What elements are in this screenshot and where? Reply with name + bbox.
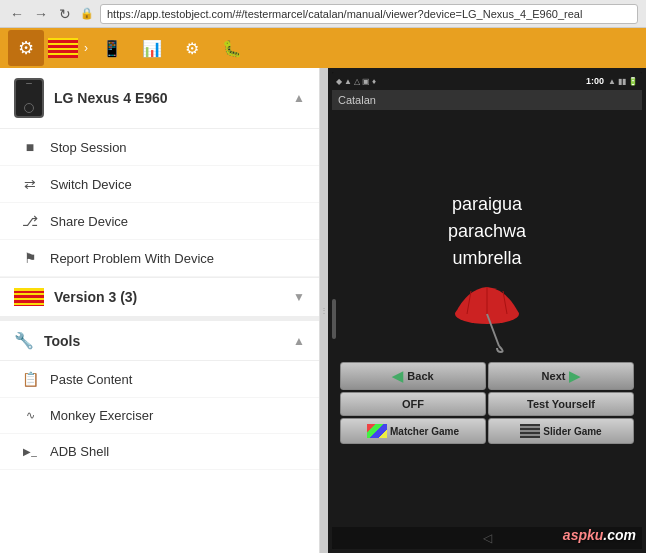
tools-section-chevron: ▲ [293, 334, 305, 348]
watermark: aspku.com [563, 527, 636, 543]
matcher-game-btn[interactable]: Matcher Game [340, 418, 486, 444]
status-bar: ◆ ▲ △ ▣ ♦ 1:00 ▲ ▮▮ 🔋 [332, 72, 642, 90]
off-btn-label: OFF [402, 398, 424, 410]
share-device-label: Share Device [50, 214, 128, 229]
dot-icon: ♦ [372, 77, 376, 86]
adb-shell-label: ADB Shell [50, 444, 109, 459]
wifi-icon: ▲ [608, 77, 616, 86]
ssl-lock-icon: 🔒 [80, 7, 94, 20]
device-icon[interactable]: 📱 [94, 30, 130, 66]
top-toolbar: ⚙ › 📱 📊 ⚙ 🐛 [0, 28, 646, 68]
stop-icon: ■ [20, 139, 40, 155]
slider-game-label: Slider Game [543, 426, 601, 437]
umbrella-image [447, 284, 527, 354]
gear-icon[interactable]: ⚙ [174, 30, 210, 66]
main-layout: LG Nexus 4 E960 ▲ ■ Stop Session ⇄ Switc… [0, 68, 646, 553]
report-icon: ⚑ [20, 250, 40, 266]
notification-icons: ◆ ▲ △ ▣ ♦ [336, 77, 376, 86]
matcher-game-icon [367, 424, 387, 438]
stop-session-label: Stop Session [50, 140, 127, 155]
breadcrumb-chevron: › [84, 41, 88, 55]
left-panel: LG Nexus 4 E960 ▲ ■ Stop Session ⇄ Switc… [0, 68, 320, 553]
alarm-icon: ▲ [344, 77, 352, 86]
left-arrow-icon: ◀ [392, 368, 403, 384]
switch-device-label: Switch Device [50, 177, 132, 192]
share-icon: ⎇ [20, 213, 40, 229]
slider-game-icon [520, 424, 540, 438]
word-display: paraigua parachwa umbrella [448, 191, 526, 272]
warning-icon: △ [354, 77, 360, 86]
version-flag-icon [14, 288, 44, 306]
paste-content-label: Paste Content [50, 372, 132, 387]
monkey-exerciser-label: Monkey Exerciser [50, 408, 153, 423]
test-btn-row: OFF Test Yourself [340, 392, 634, 416]
adb-shell-item[interactable]: ▶_ ADB Shell [0, 434, 319, 470]
forward-button[interactable]: → [32, 5, 50, 23]
word-catalan: paraigua [452, 194, 522, 214]
device-title: LG Nexus 4 E960 [54, 90, 293, 106]
notification-icon: ◆ [336, 77, 342, 86]
version-section-header[interactable]: Version 3 (3) ▼ [0, 277, 319, 317]
games-btn-row: Matcher Game Slider Game [340, 418, 634, 444]
off-btn[interactable]: OFF [340, 392, 486, 416]
device-screen[interactable]: ◆ ▲ △ ▣ ♦ 1:00 ▲ ▮▮ 🔋 Catalan [332, 72, 642, 549]
tools-section-header[interactable]: 🔧 Tools ▲ [0, 317, 319, 361]
next-btn[interactable]: Next ▶ [488, 362, 634, 390]
scroll-indicator [332, 299, 336, 339]
watermark-text2: .com [603, 527, 636, 543]
stop-session-item[interactable]: ■ Stop Session [0, 129, 319, 166]
battery-icon: 🔋 [628, 77, 638, 86]
app-bar: Catalan [332, 90, 642, 110]
monkey-icon: ∿ [20, 409, 40, 422]
settings-icon[interactable]: ⚙ [8, 30, 44, 66]
switch-device-item[interactable]: ⇄ Switch Device [0, 166, 319, 203]
monkey-exerciser-item[interactable]: ∿ Monkey Exerciser [0, 398, 319, 434]
android-back-btn[interactable]: ◁ [483, 531, 492, 545]
wrench-icon: 🔧 [14, 331, 34, 350]
chart-icon[interactable]: 📊 [134, 30, 170, 66]
version-section-chevron: ▼ [293, 290, 305, 304]
next-btn-label: Next [542, 370, 566, 382]
status-time: 1:00 [586, 76, 604, 86]
device-section-header[interactable]: LG Nexus 4 E960 ▲ [0, 68, 319, 129]
report-problem-item[interactable]: ⚑ Report Problem With Device [0, 240, 319, 277]
panel-separator[interactable]: ⋮ [320, 68, 328, 553]
back-btn[interactable]: ◀ Back [340, 362, 486, 390]
browser-chrome: ← → ↻ 🔒 [0, 0, 646, 28]
test-yourself-label: Test Yourself [527, 398, 595, 410]
paste-icon: 📋 [20, 371, 40, 387]
report-problem-label: Report Problem With Device [50, 251, 214, 266]
paste-content-item[interactable]: 📋 Paste Content [0, 361, 319, 398]
device-thumbnail-icon [14, 78, 44, 118]
address-bar[interactable] [100, 4, 638, 24]
word-english: umbrella [452, 248, 521, 268]
watermark-text1: aspku [563, 527, 603, 543]
app-name-label: Catalan [338, 94, 376, 106]
tools-title: Tools [44, 333, 293, 349]
refresh-button[interactable]: ↻ [56, 5, 74, 23]
word-phonetic: parachwa [448, 221, 526, 241]
switch-icon: ⇄ [20, 176, 40, 192]
sync-icon: ▣ [362, 77, 370, 86]
matcher-game-label: Matcher Game [390, 426, 459, 437]
drag-handle-icon: ⋮ [320, 308, 328, 314]
device-section-chevron: ▲ [293, 91, 305, 105]
back-btn-label: Back [407, 370, 433, 382]
catalan-flag-icon[interactable] [48, 37, 78, 59]
share-device-item[interactable]: ⎇ Share Device [0, 203, 319, 240]
version-title: Version 3 (3) [54, 289, 293, 305]
slider-game-btn[interactable]: Slider Game [488, 418, 634, 444]
back-button[interactable]: ← [8, 5, 26, 23]
right-arrow-icon: ▶ [569, 368, 580, 384]
test-yourself-btn[interactable]: Test Yourself [488, 392, 634, 416]
right-panel: ◆ ▲ △ ▣ ♦ 1:00 ▲ ▮▮ 🔋 Catalan [328, 68, 646, 553]
status-system-icons: ▲ ▮▮ 🔋 [608, 77, 638, 86]
bug-icon[interactable]: 🐛 [214, 30, 250, 66]
nav-btn-row: ◀ Back Next ▶ [340, 362, 634, 390]
signal-icon: ▮▮ [618, 77, 626, 86]
adb-icon: ▶_ [20, 446, 40, 457]
screen-content: paraigua parachwa umbrella [332, 110, 642, 527]
